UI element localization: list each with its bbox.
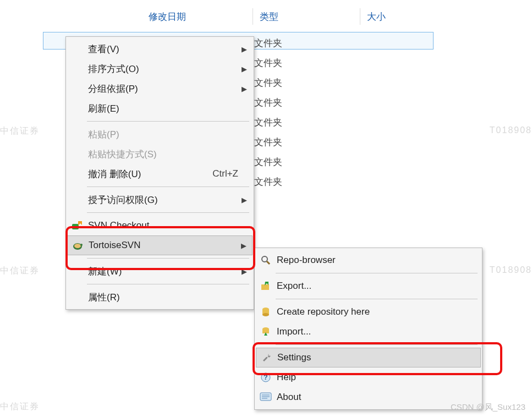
blank-icon xyxy=(69,82,85,95)
chevron-right-icon: ▶ xyxy=(242,65,247,73)
blank-icon xyxy=(69,62,85,75)
blank-icon xyxy=(69,167,85,180)
blank-icon xyxy=(69,102,85,115)
menu-separator xyxy=(87,212,249,213)
menu-settings[interactable]: Settings xyxy=(256,348,481,367)
svg-point-9 xyxy=(262,313,269,316)
menu-label: 分组依据(P) xyxy=(88,83,248,95)
file-list-type-column: 文件夹 文件夹 文件夹 文件夹 文件夹 文件夹 文件夹 文件夹 xyxy=(254,33,282,191)
menu-separator xyxy=(276,344,478,345)
menu-separator xyxy=(87,284,249,284)
chevron-right-icon: ▶ xyxy=(242,196,247,204)
file-type-cell: 文件夹 xyxy=(254,112,282,132)
menu-label: 排序方式(O) xyxy=(88,63,248,75)
menu-label: Help xyxy=(277,372,476,383)
menu-label: 粘贴快捷方式(S) xyxy=(88,148,248,161)
about-icon xyxy=(258,391,273,404)
menu-properties[interactable]: 属性(R) xyxy=(67,287,253,307)
menu-new[interactable]: 新建(W) ▶ xyxy=(67,261,253,281)
column-headers: 修改日期 类型 大小 xyxy=(0,6,426,28)
import-icon xyxy=(258,325,273,338)
menu-sort[interactable]: 排序方式(O) ▶ xyxy=(67,59,253,79)
menu-label: 属性(R) xyxy=(88,291,248,304)
svg-rect-0 xyxy=(72,224,79,229)
menu-label: 撤消 删除(U) xyxy=(88,168,212,180)
export-icon xyxy=(258,279,273,293)
blank-icon xyxy=(69,265,85,278)
menu-paste: 粘贴(P) xyxy=(67,124,253,144)
svg-point-3 xyxy=(80,244,83,246)
header-type[interactable]: 类型 xyxy=(253,8,360,25)
menu-grant-access[interactable]: 授予访问权限(G) ▶ xyxy=(67,190,253,210)
tortoise-icon xyxy=(70,239,85,252)
menu-label: Repo-browser xyxy=(277,255,476,266)
menu-refresh[interactable]: 刷新(E) xyxy=(67,98,253,118)
chevron-right-icon: ▶ xyxy=(241,242,246,250)
menu-separator xyxy=(87,121,249,122)
csdn-credit: CSDN @风_Sux123 xyxy=(451,402,525,413)
menu-separator xyxy=(87,186,249,187)
chevron-right-icon: ▶ xyxy=(242,85,247,93)
chevron-right-icon: ▶ xyxy=(242,267,247,276)
watermark: T018908 xyxy=(490,125,532,135)
menu-label: 刷新(E) xyxy=(88,102,248,115)
file-type-cell: 文件夹 xyxy=(254,33,282,53)
menu-label: Import... xyxy=(277,326,476,337)
svg-point-4 xyxy=(262,256,267,262)
blank-icon xyxy=(69,290,85,304)
blank-icon xyxy=(69,128,85,141)
menu-label: TortoiseSVN xyxy=(89,240,248,251)
menu-label: About xyxy=(277,392,476,403)
blank-icon xyxy=(69,193,85,206)
menu-svn-checkout[interactable]: SVN Checkout... xyxy=(67,216,253,235)
menu-separator xyxy=(276,273,478,273)
menu-shortcut: Ctrl+Z xyxy=(212,168,238,179)
watermark: 中信证券 xyxy=(0,401,40,413)
file-type-cell: 文件夹 xyxy=(254,73,282,92)
svg-text:?: ? xyxy=(264,374,267,381)
menu-group-by[interactable]: 分组依据(P) ▶ xyxy=(67,79,253,98)
blank-icon xyxy=(69,42,85,56)
file-type-cell: 文件夹 xyxy=(254,53,282,73)
menu-label: 粘贴(P) xyxy=(88,128,248,141)
menu-about[interactable]: About xyxy=(256,387,481,407)
blank-icon xyxy=(69,147,85,161)
menu-label: Export... xyxy=(277,281,476,292)
menu-label: SVN Checkout... xyxy=(88,220,248,231)
menu-undo-delete[interactable]: 撤消 删除(U) Ctrl+Z xyxy=(67,164,253,184)
context-menu-tortoisesvn: Repo-browser Export... Create repository… xyxy=(254,248,482,410)
menu-create-repo[interactable]: Create repository here xyxy=(256,302,481,322)
file-type-cell: 文件夹 xyxy=(254,152,282,172)
menu-separator xyxy=(87,258,249,259)
watermark: 中信证券 xyxy=(0,265,40,277)
svg-rect-6 xyxy=(261,284,269,290)
magnifier-icon xyxy=(258,254,273,267)
menu-repo-browser[interactable]: Repo-browser xyxy=(256,250,481,270)
header-date[interactable]: 修改日期 xyxy=(142,8,253,25)
menu-label: 授予访问权限(G) xyxy=(88,194,248,206)
svg-point-2 xyxy=(74,244,81,248)
menu-label: 新建(W) xyxy=(88,265,248,278)
menu-separator xyxy=(276,299,478,299)
help-icon: ? xyxy=(258,371,273,384)
header-size[interactable]: 大小 xyxy=(360,8,426,25)
file-type-cell: 文件夹 xyxy=(254,92,282,112)
menu-label: Create repository here xyxy=(277,306,476,317)
menu-import[interactable]: Import... xyxy=(256,322,481,342)
menu-tortoisesvn[interactable]: TortoiseSVN ▶ xyxy=(67,235,253,255)
database-create-icon xyxy=(258,305,273,319)
svn-checkout-icon xyxy=(69,219,85,232)
menu-label: Settings xyxy=(277,352,476,363)
menu-label: 查看(V) xyxy=(88,43,248,56)
context-menu-primary: 查看(V) ▶ 排序方式(O) ▶ 分组依据(P) ▶ 刷新(E) 粘贴(P) … xyxy=(65,36,254,310)
file-type-cell: 文件夹 xyxy=(254,172,282,191)
file-type-cell: 文件夹 xyxy=(254,132,282,152)
svg-line-5 xyxy=(267,261,270,264)
menu-export[interactable]: Export... xyxy=(256,276,481,296)
wrench-icon xyxy=(259,351,274,364)
watermark: 中信证券 xyxy=(0,125,40,137)
menu-view[interactable]: 查看(V) ▶ xyxy=(67,39,253,59)
menu-help[interactable]: ? Help xyxy=(256,367,481,387)
chevron-right-icon: ▶ xyxy=(242,45,247,53)
watermark: T018908 xyxy=(490,265,532,275)
